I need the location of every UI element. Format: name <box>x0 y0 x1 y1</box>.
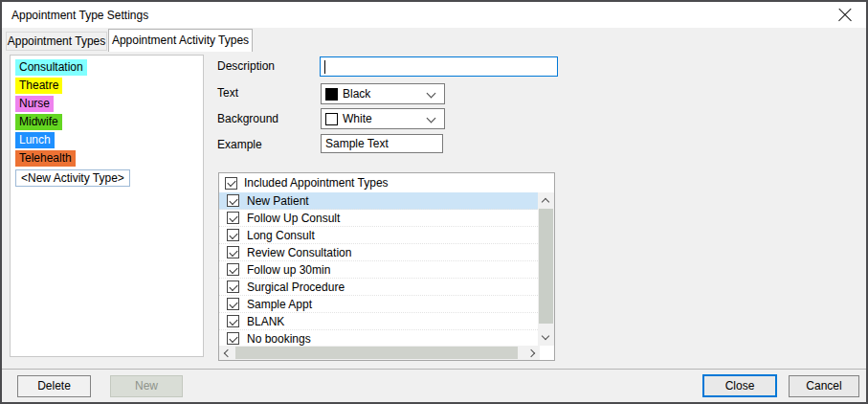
row-checkbox-checked[interactable] <box>227 212 239 224</box>
table-row[interactable]: Surgical Procedure <box>219 279 540 296</box>
activity-type-item[interactable]: Nurse <box>15 96 54 112</box>
table-row[interactable]: Long Consult <box>219 227 540 244</box>
window-title: Appointment Type Settings <box>11 9 148 22</box>
scroll-left-icon[interactable] <box>219 346 234 360</box>
horizontal-scrollbar[interactable] <box>219 346 540 360</box>
table-row[interactable]: Follow Up Consult <box>219 210 540 227</box>
scroll-down-icon[interactable] <box>538 329 554 346</box>
table-row[interactable]: New Patient <box>219 192 540 210</box>
scroll-up-icon[interactable] <box>538 192 554 209</box>
activity-type-item[interactable]: Lunch <box>15 132 55 148</box>
table-row[interactable]: No bookings <box>219 330 540 346</box>
row-label: No bookings <box>247 332 311 346</box>
row-checkbox-checked[interactable] <box>227 263 239 276</box>
background-color-label: Background <box>217 112 278 125</box>
row-checkbox-checked[interactable] <box>227 332 239 345</box>
text-caret <box>324 60 325 74</box>
text-color-select[interactable]: Black <box>321 83 445 104</box>
example-preview: Sample Text <box>321 134 443 153</box>
background-color-value: White <box>343 112 372 125</box>
appointment-type-settings-dialog: Appointment Type Settings Appointment Ty… <box>0 0 868 404</box>
row-checkbox-checked[interactable] <box>227 229 239 241</box>
header-checkbox-checked[interactable] <box>225 177 237 190</box>
tab-appointment-types[interactable]: Appointment Types <box>6 32 107 51</box>
activity-type-item[interactable]: Telehealth <box>15 150 76 167</box>
table-row[interactable]: Sample Appt <box>219 296 540 313</box>
activity-type-items: ConsultationTheatreNurseMidwifeLunchTele… <box>15 59 87 167</box>
activity-type-item[interactable]: Midwife <box>15 114 62 130</box>
activity-type-list: ConsultationTheatreNurseMidwifeLunchTele… <box>10 55 204 357</box>
new-button[interactable]: New <box>110 375 183 397</box>
row-checkbox-checked[interactable] <box>227 246 239 258</box>
cancel-button[interactable]: Cancel <box>789 375 859 397</box>
row-label: Surgical Procedure <box>247 281 345 294</box>
included-types-rows: New PatientFollow Up ConsultLong Consult… <box>219 192 540 346</box>
button-strip-divider <box>2 369 866 370</box>
activity-type-item[interactable]: Theatre <box>15 78 62 94</box>
table-row[interactable]: BLANK <box>219 313 540 330</box>
delete-button[interactable]: Delete <box>17 375 91 397</box>
horizontal-scroll-thumb[interactable] <box>235 347 518 359</box>
vertical-scroll-thumb[interactable] <box>539 209 553 324</box>
included-types-header-row[interactable]: Included Appointment Types <box>219 173 540 192</box>
close-button[interactable]: Close <box>702 374 777 397</box>
row-checkbox-checked[interactable] <box>227 315 239 327</box>
example-label: Example <box>217 138 262 151</box>
close-icon[interactable] <box>837 8 853 23</box>
new-activity-type-button[interactable]: <New Activity Type> <box>15 169 130 187</box>
activity-type-item[interactable]: Consultation <box>15 59 87 76</box>
title-bar: Appointment Type Settings <box>2 2 866 28</box>
table-row[interactable]: Review Consultation <box>219 244 540 261</box>
row-checkbox-checked[interactable] <box>227 281 239 293</box>
row-label: Follow Up Consult <box>247 212 340 225</box>
scroll-right-icon[interactable] <box>525 346 540 360</box>
chevron-down-icon <box>427 89 436 99</box>
tab-appointment-activity-types[interactable]: Appointment Activity Types <box>108 29 253 52</box>
text-color-swatch <box>325 88 338 101</box>
row-label: Sample Appt <box>247 298 312 311</box>
included-appointment-types-list: Included Appointment Types New PatientFo… <box>218 172 555 361</box>
vertical-scrollbar[interactable] <box>538 192 554 346</box>
table-row[interactable]: Follow up 30min <box>219 261 540 279</box>
row-label: Follow up 30min <box>247 263 330 277</box>
background-color-swatch <box>325 113 338 125</box>
background-color-select[interactable]: White <box>321 108 445 129</box>
row-checkbox-checked[interactable] <box>227 194 239 207</box>
row-label: BLANK <box>247 315 284 328</box>
text-color-label: Text <box>217 86 238 100</box>
row-checkbox-checked[interactable] <box>227 298 239 310</box>
row-label: Long Consult <box>247 229 315 242</box>
text-color-value: Black <box>343 87 370 101</box>
included-types-header-label: Included Appointment Types <box>244 176 389 190</box>
description-input[interactable] <box>320 56 558 77</box>
chevron-down-icon <box>427 114 436 123</box>
row-label: New Patient <box>247 194 309 208</box>
row-label: Review Consultation <box>247 246 351 259</box>
description-label: Description <box>217 59 275 73</box>
